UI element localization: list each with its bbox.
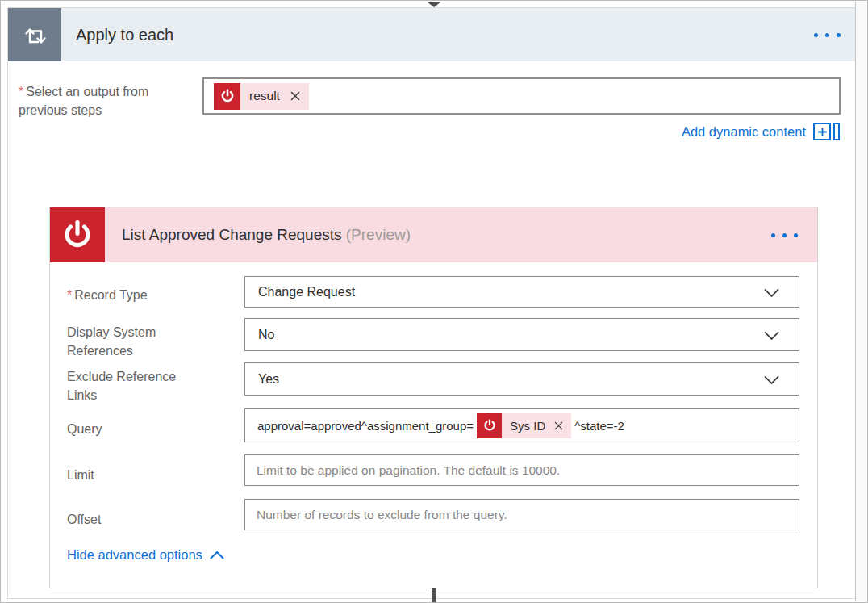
chevron-down-icon bbox=[764, 373, 779, 387]
add-dynamic-content[interactable]: Add dynamic content bbox=[682, 123, 840, 140]
action-header[interactable]: List Approved Change Requests (Preview) bbox=[50, 207, 817, 262]
list-approved-change-requests-card: List Approved Change Requests (Preview) … bbox=[49, 207, 818, 588]
limit-input[interactable] bbox=[245, 455, 799, 485]
required-asterisk: * bbox=[67, 288, 72, 302]
query-text-after: ^state=-2 bbox=[574, 419, 624, 433]
required-asterisk: * bbox=[19, 85, 23, 98]
chevron-up-icon bbox=[210, 551, 224, 559]
limit-label: Limit bbox=[67, 454, 206, 484]
apply-to-each-header[interactable]: Apply to each bbox=[8, 8, 857, 61]
display-system-references-label: Display System References bbox=[67, 318, 206, 360]
field-row-record-type: *Record Type Change Request bbox=[66, 276, 801, 308]
exclude-reference-links-label: Exclude Reference Links bbox=[67, 362, 206, 404]
dynamic-content-token-sys-id[interactable]: Sys ID bbox=[477, 413, 571, 438]
query-text-before: approval=approved^assignment_group= bbox=[257, 419, 474, 433]
servicenow-power-icon bbox=[477, 413, 502, 438]
dynamic-content-token-result[interactable]: result bbox=[214, 83, 309, 110]
ellipsis-icon bbox=[814, 33, 841, 37]
offset-input-wrap bbox=[244, 499, 799, 530]
record-type-dropdown[interactable]: Change Request bbox=[244, 276, 799, 308]
record-type-label: *Record Type bbox=[67, 276, 206, 304]
apply-to-each-body: *Select an output from previous steps re… bbox=[8, 61, 857, 598]
vertical-scrollbar[interactable] bbox=[855, 2, 866, 601]
flow-designer-canvas: Apply to each *Select an output from pre… bbox=[0, 0, 868, 603]
apply-to-each-card: Apply to each *Select an output from pre… bbox=[7, 7, 858, 599]
connector-arrow-top-icon bbox=[427, 2, 441, 7]
field-row-display-system-references: Display System References No bbox=[66, 318, 801, 351]
dropdown-value: No bbox=[258, 328, 274, 342]
token-label: result bbox=[249, 89, 280, 103]
dropdown-value: Yes bbox=[258, 372, 279, 387]
dropdown-value: Change Request bbox=[258, 285, 355, 299]
token-label: Sys ID bbox=[510, 419, 545, 433]
chevron-down-icon bbox=[764, 286, 779, 300]
loop-icon bbox=[8, 8, 61, 61]
display-system-references-dropdown[interactable]: No bbox=[244, 318, 799, 351]
hide-advanced-options-link[interactable]: Hide advanced options bbox=[67, 547, 224, 563]
offset-label: Offset bbox=[67, 499, 206, 529]
add-dynamic-content-link[interactable]: Add dynamic content bbox=[682, 124, 806, 140]
output-field-label: *Select an output from previous steps bbox=[19, 82, 162, 119]
remove-token-icon[interactable] bbox=[290, 91, 300, 101]
apply-to-each-title: Apply to each bbox=[76, 26, 173, 44]
exclude-reference-links-dropdown[interactable]: Yes bbox=[244, 362, 799, 396]
ellipsis-icon bbox=[771, 233, 798, 237]
chevron-down-icon bbox=[764, 329, 779, 343]
query-input[interactable]: approval=approved^assignment_group= bbox=[244, 408, 799, 442]
remove-token-icon[interactable] bbox=[554, 421, 563, 430]
query-label: Query bbox=[67, 408, 206, 438]
action-menu-button[interactable] bbox=[766, 228, 803, 242]
limit-input-wrap bbox=[244, 454, 799, 486]
preview-badge: (Preview) bbox=[346, 226, 411, 243]
servicenow-power-icon bbox=[214, 83, 240, 110]
servicenow-power-icon bbox=[50, 207, 105, 262]
connector-line-bottom bbox=[432, 588, 436, 603]
output-input[interactable]: result bbox=[202, 77, 841, 115]
dynamic-content-flyout-icon[interactable] bbox=[813, 123, 840, 140]
action-parameters: *Record Type Change Request Display Syst… bbox=[50, 262, 817, 588]
action-title: List Approved Change Requests (Preview) bbox=[122, 226, 411, 244]
apply-to-each-menu-button[interactable] bbox=[809, 28, 845, 42]
offset-input[interactable] bbox=[245, 500, 799, 530]
field-row-exclude-reference-links: Exclude Reference Links Yes bbox=[66, 362, 801, 396]
